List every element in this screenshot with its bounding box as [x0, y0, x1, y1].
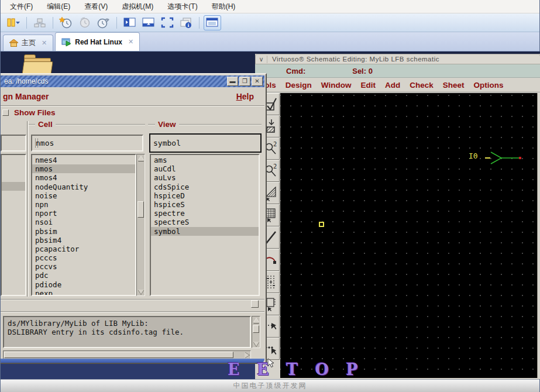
cell-list-item[interactable]: nmes4 [32, 156, 135, 164]
devices-button[interactable] [31, 15, 49, 30]
close-button[interactable]: ✕ [252, 77, 263, 86]
console-tab-button[interactable] [204, 15, 221, 30]
input-pin-symbol[interactable] [490, 149, 524, 167]
show-files-checkbox[interactable] [2, 109, 9, 116]
virtuoso-right-scrollbar[interactable] [537, 93, 540, 378]
cell-list-item[interactable]: noise [32, 191, 135, 200]
scroll-down-icon[interactable] [252, 340, 260, 348]
schematic-canvas[interactable]: I0 [280, 93, 537, 378]
library-list[interactable] [1, 154, 26, 296]
menu-item[interactable]: Add [380, 81, 405, 90]
menu-item[interactable]: 编辑(E) [40, 0, 77, 13]
menu-item[interactable]: Sheet [438, 81, 469, 90]
menu-item[interactable]: 文件(F) [3, 0, 40, 13]
library-manager-titlebar[interactable]: ea: /home/cds ▬ ❒ ✕ [1, 75, 264, 87]
cell-list-item[interactable]: nodeQuantity [32, 183, 135, 191]
menu-item[interactable]: Edit [356, 81, 380, 90]
cell-list-item[interactable]: pcapacitor [32, 245, 135, 253]
cell-list-item[interactable]: nmos4 [32, 173, 135, 182]
cell-label: Cell [35, 120, 56, 129]
menu-item[interactable]: Options [469, 81, 508, 90]
tab-close-icon[interactable]: ✕ [128, 38, 133, 46]
tab-home[interactable]: 主页 ✕ [3, 35, 53, 51]
cell-list-item[interactable]: pccvs [32, 262, 135, 271]
menu-help[interactable]: Help [236, 92, 254, 101]
fullscreen-button[interactable] [159, 15, 176, 30]
revert-snapshot-button[interactable] [76, 15, 94, 30]
menu-item[interactable]: 选项卡(T) [160, 0, 204, 13]
scroll-up-icon[interactable] [252, 317, 260, 324]
view-list-item[interactable]: auLvs [151, 173, 259, 182]
desktop-folder-icon[interactable] [23, 54, 53, 75]
show-files-toggle[interactable]: Show Files [2, 108, 56, 117]
message-hscrollbar[interactable] [3, 350, 251, 359]
collapse-chevron-icon[interactable]: ∨ [256, 56, 267, 63]
show-sidebar-button[interactable] [121, 15, 139, 30]
view-list-item[interactable]: cdsSpice [151, 183, 259, 191]
menu-item[interactable]: 查看(V) [77, 0, 115, 13]
cell-list-item[interactable]: pdiode [32, 280, 135, 289]
vmware-tabbar: 主页 ✕ Red Hat Linux ✕ [1, 32, 539, 51]
pin-label[interactable]: I0 [469, 152, 478, 160]
cell-list-item[interactable]: nport [32, 209, 135, 218]
scroll-down-icon[interactable] [137, 288, 145, 295]
cell-list-item[interactable]: pexp [32, 289, 135, 296]
message-scrollbar[interactable] [252, 316, 260, 348]
menu-item[interactable]: 虚拟机(M) [115, 0, 160, 13]
menu-item[interactable]: Check [405, 81, 438, 90]
view-list-item[interactable]: symbol [151, 227, 259, 236]
view-list-item[interactable]: auCdl [151, 164, 259, 173]
mouse-cursor [267, 358, 275, 368]
cell-list-item[interactable]: pbsim [32, 227, 135, 236]
tab-close-icon[interactable]: ✕ [42, 39, 47, 47]
manage-snapshots-button[interactable] [95, 15, 112, 30]
list-item[interactable] [2, 182, 25, 191]
cell-filter-input[interactable]: nmos [31, 135, 143, 152]
column-sash[interactable] [27, 121, 29, 297]
scroll-right-icon[interactable] [245, 352, 249, 358]
scroll-thumb[interactable] [4, 352, 233, 358]
svg-text:2: 2 [273, 163, 277, 170]
message-line: DSLIBRARY entry in its cdsinfo.tag file. [8, 328, 246, 336]
cell-list[interactable]: nmes4nmosnmos4nodeQuantitynoisenpnnportn… [31, 154, 136, 296]
view-list-item[interactable]: hspiceS [151, 200, 259, 209]
minimize-button[interactable]: ▬ [227, 77, 238, 86]
cell-list-item[interactable]: pbsim4 [32, 236, 135, 245]
message-line: ds/MYlibrary/MyLib of LIB MyLib: [8, 319, 246, 328]
tab-label: Red Hat Linux [75, 38, 122, 46]
view-list-item[interactable]: spectreS [151, 218, 259, 226]
cell-list-item[interactable]: nmos [32, 164, 135, 173]
virtuoso-titlebar[interactable]: ∨ Virtuoso® Schematic Editing: MyLib LFB… [255, 54, 540, 64]
message-log[interactable]: ds/MYlibrary/MyLib of LIB MyLib: DSLIBRA… [3, 316, 251, 348]
maximize-button[interactable]: ❒ [239, 77, 250, 86]
scroll-thumb[interactable] [137, 201, 144, 218]
virtuoso-menubar: oolsDesignWindowEditAddCheckSheetOptions [255, 78, 540, 93]
scroll-thumb[interactable] [253, 325, 259, 333]
cell-list-scrollbar[interactable] [136, 154, 145, 296]
take-snapshot-button[interactable] [57, 15, 75, 30]
view-filter-input[interactable]: symbol [149, 133, 262, 153]
menu-design-manager[interactable]: gn Manager [1, 92, 49, 101]
cell-list-item[interactable]: pdc [32, 271, 135, 280]
cell-list-item[interactable]: npn [32, 200, 135, 209]
unity-mode-button[interactable]: i [177, 15, 195, 30]
vmware-statusbar: 中国电子顶级开发网 [1, 379, 539, 392]
scroll-up-icon[interactable] [137, 154, 145, 162]
view-list-item[interactable]: hspiceD [151, 191, 259, 200]
cell-list-item[interactable]: nsoi [32, 218, 135, 226]
vmware-workstation-window: 文件(F)编辑(E)查看(V)虚拟机(M)选项卡(T)帮助(H) [0, 0, 540, 392]
view-list-item[interactable]: spectre [151, 209, 259, 218]
toolbar-separator [53, 17, 53, 29]
library-filter-input[interactable] [1, 135, 26, 152]
view-list[interactable]: amsauCdlauLvscdsSpicehspiceDhspiceSspect… [150, 154, 260, 296]
cell-list-item[interactable]: pcccs [32, 253, 135, 262]
menu-item[interactable]: Design [281, 81, 317, 90]
library-toggle-button[interactable] [5, 15, 22, 30]
tab-red-hat-linux[interactable]: Red Hat Linux ✕ [55, 32, 140, 51]
menu-item[interactable]: 帮助(H) [205, 0, 243, 13]
view-list-item[interactable]: ams [151, 156, 259, 164]
vm-console-icon [61, 38, 71, 46]
menu-item[interactable]: Window [317, 81, 356, 90]
console-view-button[interactable] [140, 15, 157, 30]
pane-sash-handle[interactable] [251, 300, 259, 308]
